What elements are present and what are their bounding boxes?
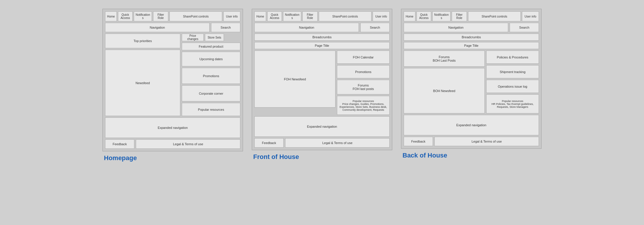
boh-main-content: Forums BOH Last Posts BOH Newsfeed Polic… bbox=[404, 51, 539, 113]
homepage-section: Home Quick Access Notification s Filter … bbox=[102, 9, 243, 162]
boh-navigation[interactable]: Navigation bbox=[404, 23, 508, 32]
price-store-row: Price changes Store Sets bbox=[182, 34, 240, 41]
foh-newsfeed-box: FOH Newsfeed bbox=[254, 51, 335, 108]
upcoming-dates-box: Upcoming dates bbox=[182, 52, 240, 66]
boh-nav-search: Navigation Search bbox=[404, 23, 539, 32]
foh-notifications-button[interactable]: Notification s bbox=[283, 11, 301, 21]
foh-user-info-button[interactable]: User info bbox=[373, 11, 390, 21]
corporate-corner-box: Corporate corner bbox=[182, 85, 240, 101]
foh-forums-box: Forums FOH last posts bbox=[337, 80, 390, 94]
boh-footer: Feedback Legal & Terms of use bbox=[404, 137, 539, 146]
foh-filter-role-button[interactable]: Filter Role bbox=[302, 11, 318, 21]
foh-sharepoint-controls: SharePoint controls bbox=[319, 11, 371, 21]
foh-home-button[interactable]: Home bbox=[254, 11, 266, 21]
foh-expanded-nav: Expanded navigation bbox=[254, 116, 390, 137]
user-info-button[interactable]: User info bbox=[223, 11, 240, 21]
boh-user-info-button[interactable]: User info bbox=[522, 11, 539, 21]
foh-quick-access-button[interactable]: Quick Access bbox=[267, 11, 282, 21]
newsfeed-box: Newsfeed bbox=[105, 50, 180, 116]
homepage-footer: Feedback Legal & Terms of use bbox=[105, 139, 240, 149]
foh-breadcrumbs: Breadcrumbs bbox=[254, 34, 390, 41]
boh-quick-access-button[interactable]: Quick Access bbox=[417, 11, 431, 21]
boh-newsfeed-box: BOH Newsfeed bbox=[404, 68, 485, 113]
boh-legal[interactable]: Legal & Terms of use bbox=[434, 137, 539, 146]
foh-footer: Feedback Legal & Terms of use bbox=[254, 138, 390, 148]
notifications-button[interactable]: Notification s bbox=[134, 11, 152, 21]
foh-section: Home Quick Access Notification s Filter … bbox=[252, 9, 392, 161]
homepage-label: Homepage bbox=[102, 154, 243, 162]
homepage-nav-search: Navigation Search bbox=[105, 23, 240, 32]
boh-home-button[interactable]: Home bbox=[404, 11, 415, 21]
filter-role-button[interactable]: Filter Role bbox=[153, 11, 168, 21]
homepage-wireframe: Home Quick Access Notification s Filter … bbox=[102, 9, 243, 151]
foh-label: Front of House bbox=[252, 153, 392, 161]
boh-forums-box: Forums BOH Last Posts bbox=[404, 51, 485, 67]
foh-topbar: Home Quick Access Notification s Filter … bbox=[254, 11, 390, 21]
foh-wireframe: Home Quick Access Notification s Filter … bbox=[252, 9, 392, 150]
boh-wireframe: Home Quick Access Notification s Filter … bbox=[401, 9, 542, 149]
boh-sharepoint-controls: SharePoint controls bbox=[468, 11, 521, 21]
foh-feedback[interactable]: Feedback bbox=[254, 138, 284, 148]
foh-calendar-box: FOH Calendar bbox=[337, 51, 390, 64]
homepage-left-col: Top priorities Newsfeed bbox=[105, 34, 180, 116]
boh-right-col: Policies & Procedures Shipment tracking … bbox=[486, 51, 539, 113]
boh-topbar: Home Quick Access Notification s Filter … bbox=[404, 11, 539, 21]
popular-resources-box: Popular resources bbox=[182, 103, 240, 116]
top-priorities-box: Top priorities bbox=[105, 34, 180, 48]
foh-navigation[interactable]: Navigation bbox=[254, 23, 359, 32]
foh-popular-resources-box: Popular resources Price changes, Guides,… bbox=[337, 96, 390, 115]
foh-main-content: FOH Newsfeed FOH Calendar Promotions For… bbox=[254, 51, 390, 115]
home-button[interactable]: Home bbox=[105, 11, 117, 21]
wireframe-container: Home Quick Access Notification s Filter … bbox=[102, 9, 542, 162]
homepage-feedback[interactable]: Feedback bbox=[105, 139, 134, 149]
boh-left-col: Forums BOH Last Posts BOH Newsfeed bbox=[404, 51, 485, 113]
homepage-search[interactable]: Search bbox=[211, 23, 240, 32]
boh-breadcrumbs: Breadcrumbs bbox=[404, 34, 539, 41]
price-changes-box: Price changes bbox=[182, 34, 204, 41]
foh-search[interactable]: Search bbox=[360, 23, 390, 32]
boh-shipment-tracking-box: Shipment tracking bbox=[486, 65, 539, 78]
boh-notifications-button[interactable]: Notification s bbox=[432, 11, 451, 21]
sharepoint-controls: SharePoint controls bbox=[169, 11, 222, 21]
foh-nav-search: Navigation Search bbox=[254, 23, 390, 32]
boh-expanded-nav: Expanded navigation bbox=[404, 115, 539, 135]
boh-popular-resources-box: Popular resources HR Policies, Tax Exemp… bbox=[486, 94, 539, 113]
boh-filter-role-button[interactable]: Filter Role bbox=[452, 11, 467, 21]
promotions-box: Promotions bbox=[182, 68, 240, 84]
homepage-legal[interactable]: Legal & Terms of use bbox=[136, 139, 240, 149]
boh-search[interactable]: Search bbox=[510, 23, 539, 32]
store-sets-box: Store Sets bbox=[205, 34, 224, 41]
boh-operations-issue-log-box: Operations issue log bbox=[486, 80, 539, 93]
foh-legal[interactable]: Legal & Terms of use bbox=[285, 138, 390, 148]
boh-feedback[interactable]: Feedback bbox=[404, 137, 433, 146]
boh-label: Back of House bbox=[401, 152, 542, 159]
foh-right-col: FOH Calendar Promotions Forums FOH last … bbox=[337, 51, 390, 115]
homepage-main-content: Top priorities Newsfeed Price changes St… bbox=[105, 34, 240, 116]
foh-page-title: Page Title bbox=[254, 42, 390, 49]
homepage-navigation[interactable]: Navigation bbox=[105, 23, 210, 32]
homepage-expanded-nav: Expanded navigation bbox=[105, 117, 240, 138]
foh-promotions-box: Promotions bbox=[337, 65, 390, 78]
homepage-topbar: Home Quick Access Notification s Filter … bbox=[105, 11, 240, 21]
boh-section: Home Quick Access Notification s Filter … bbox=[401, 9, 542, 159]
homepage-right-col: Price changes Store Sets Featured produc… bbox=[182, 34, 240, 116]
featured-product-box: Featured product bbox=[182, 43, 240, 50]
quick-access-button[interactable]: Quick Access bbox=[118, 11, 133, 21]
boh-policies-box: Policies & Procedures bbox=[486, 51, 539, 64]
boh-page-title: Page Title bbox=[404, 42, 539, 49]
